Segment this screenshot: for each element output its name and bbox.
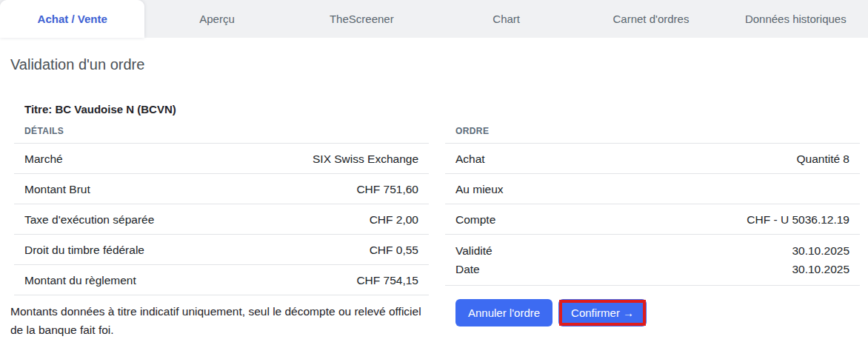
tab-carnet-d-ordres[interactable]: Carnet d'ordres bbox=[578, 0, 723, 38]
row-line: Montant du règlementCHF 754,15 bbox=[24, 271, 418, 289]
row-line: Taxe d'exécution séparéeCHF 2,00 bbox=[24, 210, 418, 229]
details-header: DÉTAILS bbox=[14, 126, 429, 144]
details-section: DÉTAILS MarchéSIX Swiss ExchangeMontant … bbox=[14, 126, 429, 339]
row-value: CHF 0,55 bbox=[370, 241, 418, 259]
table-row: MarchéSIX Swiss Exchange bbox=[14, 144, 429, 174]
row-label: Droit du timbre fédérale bbox=[24, 241, 144, 259]
row-value: SIX Swiss Exchange bbox=[313, 150, 418, 168]
cancel-order-button[interactable]: Annuler l'ordre bbox=[455, 299, 552, 326]
row-label: Achat bbox=[455, 150, 485, 168]
disclaimer-text: Montants données à titre indicatif uniqu… bbox=[10, 302, 434, 339]
row-value: 30.10.2025 bbox=[792, 260, 849, 278]
row-line: Montant BrutCHF 751,60 bbox=[24, 180, 418, 198]
table-row: Montant du règlementCHF 754,15 bbox=[14, 265, 429, 295]
table-row: Validité30.10.2025Date30.10.2025 bbox=[445, 235, 860, 286]
order-validation-page: Achat / VenteAperçuTheScreenerChartCarne… bbox=[0, 0, 868, 339]
security-title: Titre: BC Vaudoise N (BCVN) bbox=[24, 103, 858, 115]
tab-thescreener[interactable]: TheScreener bbox=[290, 0, 434, 38]
action-buttons: Annuler l'ordre Confirmer → bbox=[445, 299, 860, 326]
table-row: Taxe d'exécution séparéeCHF 2,00 bbox=[14, 204, 429, 235]
page-title: Validation d'un ordre bbox=[10, 56, 858, 73]
row-line: Validité30.10.2025 bbox=[455, 241, 849, 260]
row-label: Taxe d'exécution séparée bbox=[24, 210, 154, 229]
tab-apercu[interactable]: Aperçu bbox=[144, 0, 289, 38]
row-label: Montant du règlement bbox=[24, 271, 136, 289]
row-line: Date30.10.2025 bbox=[455, 260, 849, 278]
table-row: CompteCHF - U 5036.12.19 bbox=[445, 204, 860, 235]
table-row: AchatQuantité 8 bbox=[445, 144, 860, 174]
row-line: MarchéSIX Swiss Exchange bbox=[24, 150, 418, 168]
order-table: AchatQuantité 8Au mieuxCompteCHF - U 503… bbox=[445, 144, 860, 286]
row-label: Compte bbox=[455, 210, 495, 229]
row-value: CHF 751,60 bbox=[356, 180, 418, 198]
row-line: Au mieux bbox=[455, 180, 849, 198]
tab-chart[interactable]: Chart bbox=[434, 0, 578, 38]
row-line: AchatQuantité 8 bbox=[455, 150, 849, 168]
table-row: Droit du timbre fédéraleCHF 0,55 bbox=[14, 235, 429, 265]
tab-donnees-historiques[interactable]: Données historiques bbox=[724, 0, 868, 38]
main-content: Validation d'un ordre Titre: BC Vaudoise… bbox=[0, 56, 868, 339]
tab-achat-vente[interactable]: Achat / Vente bbox=[0, 0, 144, 38]
row-label: Au mieux bbox=[455, 180, 504, 198]
row-label: Marché bbox=[24, 150, 63, 168]
row-label: Validité bbox=[455, 241, 493, 260]
row-label: Montant Brut bbox=[24, 180, 90, 198]
table-row: Au mieux bbox=[445, 174, 860, 204]
row-value: Quantité 8 bbox=[796, 150, 849, 168]
order-summary-columns: DÉTAILS MarchéSIX Swiss ExchangeMontant … bbox=[14, 126, 858, 339]
order-header: ORDRE bbox=[445, 126, 860, 144]
row-value: CHF 2,00 bbox=[370, 210, 418, 229]
confirm-button[interactable]: Confirmer → bbox=[558, 299, 647, 326]
order-section: ORDRE AchatQuantité 8Au mieuxCompteCHF -… bbox=[445, 126, 860, 339]
row-label: Date bbox=[455, 260, 480, 278]
row-value: 30.10.2025 bbox=[792, 241, 849, 260]
table-row: Montant BrutCHF 751,60 bbox=[14, 174, 429, 204]
row-value: CHF 754,15 bbox=[356, 271, 418, 289]
details-table: MarchéSIX Swiss ExchangeMontant BrutCHF … bbox=[14, 144, 429, 295]
row-value: CHF - U 5036.12.19 bbox=[747, 210, 849, 229]
tab-bar: Achat / VenteAperçuTheScreenerChartCarne… bbox=[0, 0, 868, 38]
row-line: CompteCHF - U 5036.12.19 bbox=[455, 210, 849, 229]
row-line: Droit du timbre fédéraleCHF 0,55 bbox=[24, 241, 418, 259]
